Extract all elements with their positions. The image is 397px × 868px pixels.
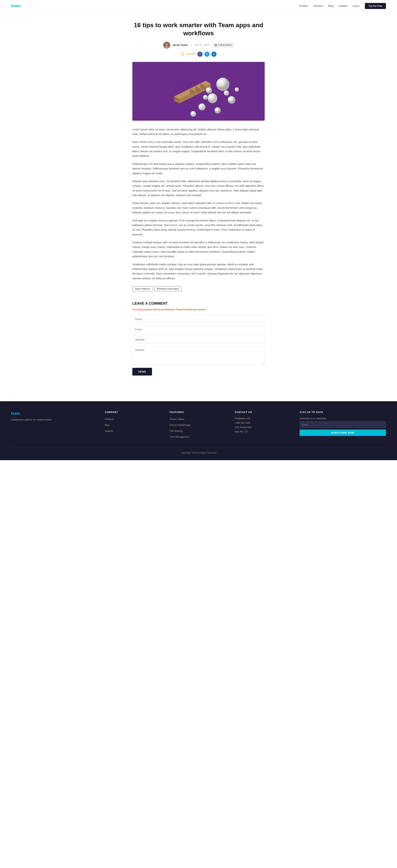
article-paragraph: Sed eget ex a sapien rhoncus egestas. Pr… — [132, 218, 265, 237]
footer-link-file-sharing[interactable]: File Sharing — [170, 430, 182, 432]
nav-services[interactable]: Services — [313, 4, 323, 7]
svg-point-35 — [203, 95, 208, 100]
hero-image — [132, 62, 265, 121]
footer-link-support[interactable]: Support — [105, 430, 113, 432]
article-paragraph: Vivamus volutpat tempor nibh, sit amet t… — [132, 240, 265, 259]
footer-contact-heading: CONTACT US — [235, 410, 292, 414]
main-content: 16 tips to work smarter with Team apps a… — [129, 12, 268, 401]
facebook-share-button[interactable]: f — [197, 52, 202, 57]
footer-tagline: Collaboration platform for moderns teams — [11, 418, 97, 422]
article-paragraph: Aliquam quis pharetra nunc, vel hendreri… — [132, 179, 265, 198]
svg-point-27 — [216, 78, 230, 91]
twitter-share-button[interactable]: t — [204, 52, 209, 57]
svg-point-1 — [166, 43, 168, 46]
send-button[interactable]: SEND — [132, 368, 152, 375]
footer-address1: 1010 Sunset Blvd — [235, 426, 292, 429]
svg-line-7 — [182, 53, 183, 54]
website-input[interactable] — [132, 336, 265, 344]
email-input[interactable] — [132, 326, 265, 333]
article-paragraph: Etiam lobortis, justo nec sodales ultric… — [132, 201, 265, 215]
nav-cta-button[interactable]: Try For Free — [365, 3, 386, 9]
category-badge: Collaboration — [213, 42, 234, 48]
footer-link-products[interactable]: Products — [105, 418, 114, 421]
footer-features: FEATURES Screen Share iOS & Android Apps… — [170, 410, 227, 440]
required-star: * — [205, 308, 206, 311]
author-row: Jacob Jones | 20 / 03 / 2022 Collaborati… — [132, 42, 265, 49]
footer: team. Collaboration platform for moderns… — [0, 401, 397, 460]
footer-features-heading: FEATURES — [170, 410, 227, 414]
category-icon — [215, 44, 217, 46]
svg-point-3 — [183, 52, 184, 54]
footer-address2: Palo Alto, CA — [235, 430, 292, 434]
site-logo[interactable]: team. — [11, 3, 22, 9]
svg-point-5 — [183, 55, 184, 56]
svg-point-36 — [235, 87, 239, 92]
footer-newsletter-heading: STAY UP TO DATE — [300, 410, 386, 414]
name-input[interactable] — [132, 315, 265, 323]
message-textarea[interactable] — [132, 346, 265, 365]
share-icon — [180, 52, 185, 56]
comment-section: LEAVE A COMMENT Your email address will … — [132, 301, 265, 375]
footer-link-screen-share[interactable]: Screen Share — [170, 418, 185, 421]
tag-workflow-automation[interactable]: Workflow Automation — [154, 286, 181, 291]
footer-link-mobile-apps[interactable]: iOS & Android Apps — [170, 424, 191, 426]
footer-logo: team. — [11, 410, 97, 416]
footer-company-heading: COMPANY — [105, 410, 162, 414]
article-date: 20 / 03 / 2022 — [195, 43, 209, 47]
tag-team-platform[interactable]: Team Platform — [132, 286, 152, 291]
category-label: Collaboration — [218, 43, 232, 47]
linkedin-share-button[interactable]: in — [211, 52, 217, 57]
footer-grid: team. Collaboration platform for moderns… — [11, 410, 386, 440]
svg-point-28 — [207, 93, 217, 103]
footer-company-links: Products Blog Support — [105, 417, 162, 433]
footer-subscribe-button[interactable]: SUBSCRIBE NOW — [300, 430, 386, 436]
comment-heading: LEAVE A COMMENT — [132, 301, 265, 306]
nav-blog[interactable]: Blog — [328, 4, 333, 7]
svg-point-31 — [215, 107, 221, 114]
footer-company: COMPANY Products Blog Support — [105, 410, 162, 440]
footer-link-user-mgmt[interactable]: User Management — [170, 435, 189, 438]
svg-point-30 — [198, 103, 205, 111]
share-row: SHARE f t in — [132, 52, 265, 57]
article-paragraph: Lorem ipsum dolor sit amet, consectetur … — [132, 127, 265, 136]
nav-contact[interactable]: Contact — [339, 4, 347, 7]
nav-login[interactable]: Log In — [352, 4, 360, 7]
footer-subscribe-label: Subscribe to our newsletter — [300, 417, 386, 420]
svg-point-4 — [181, 54, 182, 55]
footer-newsletter: STAY UP TO DATE Subscribe to our newslet… — [300, 410, 386, 440]
article-paragraph: Vestibulum sollicitudin mattis volutpat.… — [132, 262, 265, 281]
svg-point-33 — [206, 87, 212, 93]
footer-phone: 1-800-900-1000 — [235, 421, 292, 425]
footer-email-input[interactable] — [300, 421, 386, 428]
article-paragraph: Nunc rutrum enim ut est venenatis ornare… — [132, 140, 265, 158]
article-body: Lorem ipsum dolor sit amet, consectetur … — [132, 127, 265, 281]
footer-link-blog[interactable]: Blog — [105, 424, 110, 426]
footer-contact: CONTACT US Info@team.com 1-800-900-1000 … — [235, 410, 292, 440]
footer-brand: team. Collaboration platform for moderns… — [11, 410, 97, 440]
comment-notice: Your email address will not be published… — [132, 308, 265, 312]
article-title: 16 tips to work smarter with Team apps a… — [132, 21, 265, 37]
footer-email: Info@team.com — [235, 417, 292, 420]
footer-copyright: CopyRight 2023 All Rights Reserved — [11, 448, 386, 455]
tags-row: Team Platform Workflow Automation — [132, 286, 265, 291]
footer-features-links: Screen Share iOS & Android Apps File Sha… — [170, 417, 227, 439]
nav-links: Product Services Blog Contact Log In Try… — [299, 4, 386, 8]
article-paragraph: Pellentesque non felis finibus purus ali… — [132, 162, 265, 176]
nav-product[interactable]: Product — [299, 4, 308, 7]
navigation: team. Product Services Blog Contact Log … — [0, 0, 397, 12]
comment-form: SEND — [132, 315, 265, 375]
svg-point-32 — [224, 90, 229, 95]
footer-email-row: SUBSCRIBE NOW — [300, 421, 386, 436]
svg-point-34 — [191, 111, 196, 117]
svg-line-6 — [182, 54, 183, 55]
avatar — [163, 42, 170, 49]
share-label: SHARE — [187, 52, 196, 56]
svg-point-29 — [228, 96, 235, 104]
author-name: Jacob Jones — [172, 43, 188, 47]
